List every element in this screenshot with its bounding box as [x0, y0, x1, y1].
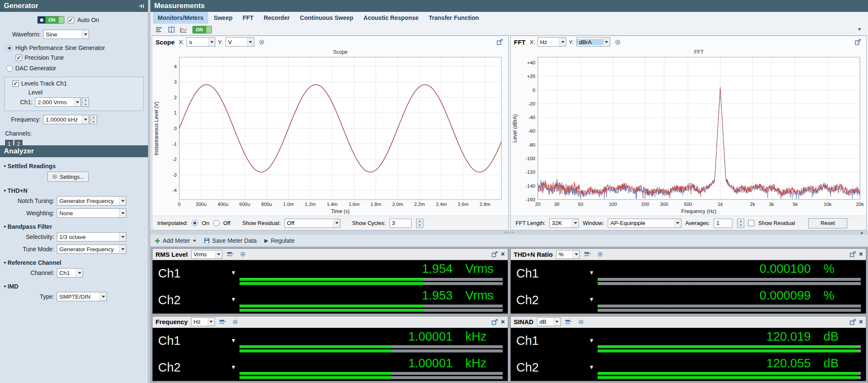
channel-2-button[interactable]: 2: [14, 140, 22, 148]
measurement-on-toggle[interactable]: ON: [192, 26, 212, 33]
popout-icon[interactable]: [495, 37, 505, 47]
tab-continuous-sweep[interactable]: Continuous Sweep: [295, 12, 358, 24]
tab-recorder[interactable]: Recorder: [259, 12, 294, 24]
meters-splitter[interactable]: •••• ▲: [150, 230, 868, 235]
popout-icon[interactable]: [850, 251, 856, 257]
fft-settings-button[interactable]: [613, 37, 623, 47]
fft-show-residual-checkbox[interactable]: [748, 220, 754, 226]
interpolated-off-radio[interactable]: [213, 220, 220, 226]
toolbar-options-icon[interactable]: [854, 25, 865, 34]
scope-chart[interactable]: 0200u400u600u800u1.0m1.2m1.4m1.6m1.8m2.0…: [152, 48, 508, 216]
auto-on-checkbox[interactable]: ✓: [68, 17, 74, 23]
meter-display-mode-button[interactable]: [217, 317, 228, 327]
fft-chart[interactable]: 2030501002003005001k2k3k5k10k20k+40+200-…: [511, 48, 867, 216]
pin-icon[interactable]: [139, 3, 144, 9]
unit-combo[interactable]: dB: [537, 317, 561, 326]
waveform-combo[interactable]: Sine: [43, 30, 89, 39]
scope-x-combo[interactable]: s: [186, 37, 215, 47]
window-label: Window:: [583, 220, 604, 226]
popout-icon[interactable]: [853, 37, 863, 47]
generator-on-toggle[interactable]: ON: [37, 16, 64, 24]
averages-input[interactable]: 1: [714, 219, 732, 228]
meters-view-icon[interactable]: [154, 25, 164, 34]
window-combo[interactable]: AP-Equiripple: [608, 219, 682, 228]
chevron-down-icon: [100, 292, 106, 301]
hpsg-radio[interactable]: [6, 45, 13, 51]
meter-display-mode-button[interactable]: [582, 250, 593, 259]
meter-settings-button[interactable]: [238, 250, 248, 259]
svg-text:1.4m: 1.4m: [327, 202, 338, 207]
notch-tuning-combo[interactable]: Generator Frequency: [57, 196, 126, 205]
tune-mode-combo[interactable]: Generator Frequency: [57, 244, 126, 254]
reset-button[interactable]: Reset: [808, 218, 847, 228]
meter-display-mode-button[interactable]: [225, 250, 235, 259]
levels-track-checkbox[interactable]: ✓: [12, 80, 19, 87]
meter-settings-button[interactable]: [576, 317, 586, 327]
show-cycles-input[interactable]: 3: [389, 219, 412, 228]
ch1-level-combo[interactable]: 2.000 Vrms: [35, 97, 81, 107]
interpolated-on-radio[interactable]: [192, 220, 198, 226]
show-residual-combo[interactable]: Off: [284, 219, 340, 228]
interpolated-on-label: On: [202, 220, 209, 226]
close-icon[interactable]: ×: [501, 319, 505, 325]
regulate-button[interactable]: ▶ Regulate: [264, 237, 295, 244]
fft-header: FFT X: Hz Y: dBrA: [511, 36, 867, 48]
channel-selector[interactable]: Ch2 ▼: [153, 354, 239, 381]
scope-settings-button[interactable]: [257, 37, 267, 47]
imd-type-combo[interactable]: SMPTE/DIN: [57, 292, 107, 301]
unit-combo[interactable]: %: [556, 250, 580, 259]
popout-icon[interactable]: [492, 319, 498, 325]
tab-monitors-meters[interactable]: Monitors/Meters: [153, 12, 208, 24]
popout-icon[interactable]: [850, 319, 856, 325]
channel-selector[interactable]: Ch2 ▼: [153, 287, 239, 314]
close-icon[interactable]: ×: [501, 251, 505, 258]
channel-selector[interactable]: Ch2 ▼: [511, 287, 598, 314]
svg-text:2: 2: [174, 95, 177, 100]
meter-display-mode-button[interactable]: [563, 317, 573, 327]
meters-grid: RMS Level Vrms ×: [150, 247, 868, 383]
collapse-up-icon[interactable]: ▲: [860, 230, 864, 235]
add-meter-button[interactable]: Add Meter: [155, 237, 196, 244]
meter-settings-button[interactable]: [230, 317, 240, 327]
meter-header: RMS Level Vrms ×: [153, 249, 508, 260]
scope-y-combo[interactable]: V: [225, 37, 254, 47]
close-icon[interactable]: ×: [859, 251, 863, 258]
layout-view-icon[interactable]: [166, 25, 176, 34]
channel-selector[interactable]: Ch1 ▼: [153, 328, 239, 355]
svg-text:1.0m: 1.0m: [283, 202, 294, 207]
svg-text:30: 30: [554, 202, 559, 207]
reference-channel-combo[interactable]: Ch1: [57, 268, 83, 278]
tab-fft[interactable]: FFT: [238, 12, 258, 24]
fft-x-combo[interactable]: Hz: [537, 37, 566, 47]
channel-1-button[interactable]: 1: [5, 140, 13, 148]
dac-generator-radio[interactable]: [6, 65, 13, 72]
show-cycles-spinner[interactable]: ▲▼: [416, 219, 423, 228]
channel-selector[interactable]: Ch2 ▼: [511, 354, 598, 381]
tab-transfer-function[interactable]: Transfer Function: [424, 12, 484, 24]
reference-channel-label: Channel:: [0, 269, 54, 276]
tab-sweep[interactable]: Sweep: [209, 12, 237, 24]
channel-selector[interactable]: Ch1 ▼: [511, 260, 598, 287]
unit-combo[interactable]: Vrms: [191, 250, 223, 259]
popout-icon[interactable]: [492, 251, 498, 257]
chevron-down-icon: [208, 318, 214, 326]
selectivity-combo[interactable]: 1/3 octave: [57, 232, 126, 241]
tab-acoustic-response[interactable]: Acoustic Response: [359, 12, 423, 24]
chevron-down-icon: [333, 219, 340, 228]
save-meter-data-button[interactable]: Save Meter Data: [204, 237, 257, 244]
precision-tune-checkbox[interactable]: ✓: [16, 55, 22, 61]
close-icon[interactable]: ×: [859, 319, 863, 325]
unit-combo[interactable]: Hz: [191, 317, 215, 326]
meter-settings-button[interactable]: [595, 250, 605, 259]
channel-selector[interactable]: Ch1 ▼: [153, 260, 239, 287]
settings-button[interactable]: Settings...: [47, 172, 89, 182]
fft-y-combo[interactable]: dBrA: [576, 37, 610, 47]
channel-selector[interactable]: Ch1 ▼: [511, 328, 598, 355]
frequency-spinner[interactable]: ▲▼: [90, 115, 97, 124]
averages-spinner[interactable]: ▲▼: [737, 219, 744, 228]
ch1-level-spinner[interactable]: ▲▼: [82, 97, 89, 107]
graph-view-icon[interactable]: [178, 25, 189, 34]
weighting-combo[interactable]: None: [57, 208, 126, 218]
frequency-combo[interactable]: 1.00000 kHz: [43, 115, 89, 124]
fft-length-combo[interactable]: 32K: [549, 219, 579, 228]
